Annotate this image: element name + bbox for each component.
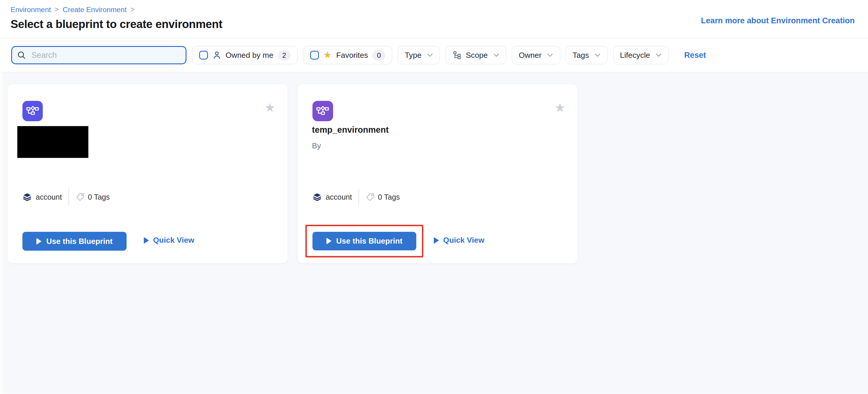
breadcrumb-create-environment[interactable]: Create Environment bbox=[63, 6, 127, 14]
blueprint-meta: account 0 Tags bbox=[23, 189, 110, 205]
blueprint-icon bbox=[312, 101, 333, 121]
tag-icon bbox=[366, 193, 375, 201]
scope-dropdown-label: Scope bbox=[466, 51, 488, 60]
play-icon bbox=[144, 237, 149, 244]
tag-icon bbox=[76, 193, 85, 201]
quick-view-link[interactable]: Quick View bbox=[434, 236, 484, 245]
quick-view-label: Quick View bbox=[443, 236, 485, 245]
tags-count-label: 0 Tags bbox=[378, 193, 400, 201]
favorites-star-icon: ★ bbox=[323, 51, 332, 60]
favorites-checkbox[interactable] bbox=[310, 51, 319, 60]
search-box[interactable] bbox=[11, 46, 187, 64]
use-this-blueprint-label: Use this Blueprint bbox=[46, 237, 113, 246]
scope-dropdown[interactable]: Scope bbox=[445, 46, 506, 64]
account-layers-icon bbox=[23, 193, 32, 201]
tags-dropdown-label: Tags bbox=[573, 51, 589, 60]
reset-filters-button[interactable]: Reset bbox=[684, 51, 706, 60]
blueprint-meta: account 0 Tags bbox=[312, 189, 400, 205]
meta-divider bbox=[359, 189, 359, 205]
chevron-down-icon bbox=[547, 54, 553, 57]
breadcrumb-separator: > bbox=[130, 6, 134, 13]
blueprint-name: temp_environment bbox=[312, 125, 389, 135]
owner-dropdown[interactable]: Owner bbox=[512, 46, 560, 64]
lifecycle-dropdown[interactable]: Lifecycle bbox=[613, 46, 669, 64]
owned-by-me-label: Owned by me bbox=[226, 51, 274, 60]
blueprint-grid: ★ account 0 Tags bbox=[0, 72, 868, 394]
play-icon bbox=[326, 238, 331, 244]
tags-dropdown[interactable]: Tags bbox=[566, 46, 608, 64]
use-this-blueprint-button[interactable]: Use this Blueprint bbox=[23, 232, 127, 251]
flowchart-icon bbox=[316, 106, 329, 116]
blueprint-selection-page: Environment > Create Environment > Selec… bbox=[0, 0, 868, 394]
play-icon bbox=[434, 237, 439, 244]
type-dropdown[interactable]: Type bbox=[398, 46, 440, 64]
scope-label: account bbox=[326, 193, 352, 201]
redacted-blueprint-name bbox=[18, 126, 88, 158]
owned-by-me-checkbox[interactable] bbox=[199, 51, 208, 60]
hierarchy-icon bbox=[453, 51, 461, 60]
blueprint-card: ★ account 0 Tags bbox=[7, 84, 288, 264]
meta-divider bbox=[68, 189, 69, 205]
lifecycle-dropdown-label: Lifecycle bbox=[620, 51, 650, 60]
chevron-down-icon bbox=[656, 54, 662, 57]
breadcrumb-environment[interactable]: Environment bbox=[11, 6, 51, 14]
blueprint-author: By bbox=[312, 141, 321, 151]
quick-view-link[interactable]: Quick View bbox=[144, 236, 194, 245]
favorite-star-icon[interactable]: ★ bbox=[555, 102, 566, 114]
highlight-annotation: Use this Blueprint bbox=[305, 225, 423, 258]
blueprint-card: ★ temp_environment By account 0 Tag bbox=[298, 84, 578, 264]
play-icon bbox=[36, 238, 41, 245]
page-title: Select a blueprint to create environment bbox=[11, 18, 222, 31]
blueprint-icon bbox=[23, 101, 43, 121]
account-layers-icon bbox=[312, 193, 322, 201]
owned-by-me-count-badge: 2 bbox=[278, 50, 291, 61]
page-header: Environment > Create Environment > Selec… bbox=[0, 0, 868, 38]
person-icon bbox=[212, 51, 221, 60]
favorites-filter[interactable]: ★ Favorites 0 bbox=[303, 46, 392, 64]
flowchart-icon bbox=[26, 106, 39, 116]
owned-by-me-filter[interactable]: Owned by me 2 bbox=[192, 46, 298, 64]
use-this-blueprint-button[interactable]: Use this Blueprint bbox=[312, 232, 416, 251]
breadcrumb: Environment > Create Environment > bbox=[11, 6, 134, 14]
quick-view-label: Quick View bbox=[153, 236, 194, 245]
search-icon bbox=[18, 51, 26, 59]
search-input[interactable] bbox=[30, 50, 180, 61]
favorite-star-icon[interactable]: ★ bbox=[265, 102, 275, 114]
favorites-label: Favorites bbox=[336, 51, 368, 60]
tags-count-label: 0 Tags bbox=[88, 193, 110, 201]
chevron-down-icon bbox=[427, 54, 433, 57]
chevron-down-icon bbox=[493, 54, 499, 57]
type-dropdown-label: Type bbox=[405, 51, 422, 60]
scope-label: account bbox=[36, 193, 62, 201]
breadcrumb-separator: > bbox=[55, 6, 59, 13]
use-this-blueprint-label: Use this Blueprint bbox=[336, 236, 402, 245]
learn-more-link[interactable]: Learn more about Environment Creation bbox=[701, 16, 855, 25]
filter-bar: Owned by me 2 ★ Favorites 0 Type Scope bbox=[0, 38, 868, 72]
owner-dropdown-label: Owner bbox=[519, 51, 541, 60]
favorites-count-badge: 0 bbox=[372, 50, 385, 61]
chevron-down-icon bbox=[594, 54, 601, 57]
